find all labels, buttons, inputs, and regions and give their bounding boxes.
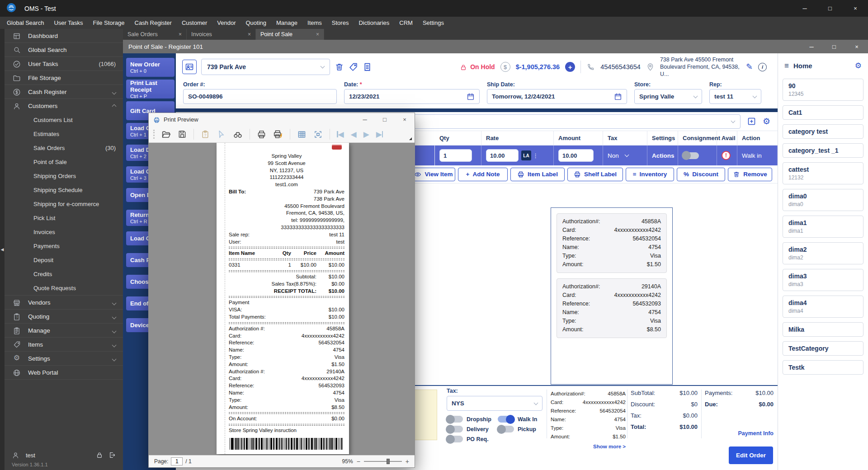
hamburger-icon[interactable]: ≡ [784,62,789,70]
app-close-button[interactable]: × [843,0,868,17]
rate-input[interactable] [486,149,519,162]
sidebar-item-invoices[interactable]: Invoices [5,225,123,239]
menu-stores[interactable]: Stores [327,19,354,26]
sidebar-item-user-tasks[interactable]: User Tasks(1066) [5,57,123,71]
logout-icon[interactable] [108,451,116,459]
payment-info-link[interactable]: Payment Info [705,430,774,437]
category-tile[interactable]: Cat1 [783,105,863,120]
edit-order-button[interactable]: Edit Order [729,446,773,464]
print-last-receipt-button[interactable]: Print Last ReceiptCtrl + P [126,80,175,99]
dialog-close-button[interactable]: × [395,113,415,126]
menu-cash-register[interactable]: Cash Register [130,19,177,26]
category-tile[interactable]: dima1dima1 [783,216,863,238]
next-page-icon[interactable]: ▶ [363,130,369,139]
calendar-icon[interactable] [467,93,475,101]
category-tile[interactable]: cattest12132 [783,162,863,184]
sidebar-item-settings[interactable]: ⚙Settings [5,352,123,366]
ship-date-input[interactable]: Tomorrow, 12/24/2021 [487,89,627,104]
page-number-input[interactable] [171,457,183,465]
inventory-button[interactable]: ≡Inventory [626,168,674,181]
discount-button[interactable]: %Discount [677,168,725,181]
gear-icon[interactable]: ⚙ [855,62,862,70]
category-tile[interactable]: Milka [783,322,863,337]
sidebar-item-customers-list[interactable]: Customers List [5,113,123,127]
category-tile[interactable]: dima4dima4 [783,296,863,318]
shelf-label-button[interactable]: Shelf Label [567,168,623,181]
delivery-toggle[interactable]: Delivery [447,426,489,432]
sidebar-item-manage[interactable]: Manage [5,324,123,338]
menu-manage[interactable]: Manage [271,19,302,26]
app-minimize-button[interactable]: ─ [792,0,817,17]
category-tile[interactable]: dima0dima0 [783,189,863,211]
rep-select[interactable]: test 11 [709,89,761,104]
delete-order-icon[interactable] [335,62,344,72]
sidebar-item-dashboard[interactable]: Dashboard [5,29,123,43]
tax-select[interactable]: Non [603,146,647,165]
sidebar-collapse-handle[interactable]: ◀ [0,29,5,470]
customer-select[interactable]: 739 Park Ave [201,59,330,75]
add-panel-icon[interactable] [747,117,756,126]
sidebar-item-global-search[interactable]: Global Search [5,43,123,57]
add-note-button[interactable]: +Add Note [458,168,508,181]
zoom-slider[interactable] [364,458,402,465]
menu-global-search[interactable]: Global Search [2,19,49,26]
edit-pencil-icon[interactable]: ✎ [746,63,753,71]
sidebar-item-shipping-orders[interactable]: Shipping Orders [5,169,123,183]
sidebar-item-customers[interactable]: Customers [5,99,123,113]
info-icon[interactable]: i [758,63,767,71]
print-preview-document-area[interactable]: Spring Valley 99 Scott Avenue NY, 11237,… [149,143,415,455]
dropship-toggle[interactable]: Dropship [447,416,491,423]
app-maximize-button[interactable]: □ [817,0,843,17]
pos-close-button[interactable]: × [845,40,868,53]
category-tile[interactable]: TestCategory [783,341,863,356]
page-setup-icon[interactable] [297,130,307,139]
menu-user-tasks[interactable]: User Tasks [49,19,88,26]
date-input[interactable]: 12/23/2021 [344,89,480,104]
select-tool-icon[interactable] [217,130,226,139]
pos-maximize-button[interactable]: □ [823,40,845,53]
sidebar-item-vendors[interactable]: Vendors [5,296,123,310]
category-tile[interactable]: category_test _1 [783,143,863,158]
store-select[interactable]: Spring Valle [634,89,702,104]
tab-invoices[interactable]: Invoices× [187,29,256,40]
open-document-icon[interactable] [161,130,171,139]
consignment-toggle[interactable] [683,152,699,159]
sidebar-item-point-of-sale[interactable]: Point of Sale [5,155,123,169]
order-number-input[interactable] [183,89,337,104]
paste-icon[interactable] [201,130,210,139]
menu-vendor[interactable]: Vendor [212,19,241,26]
sidebar-item-cash-register[interactable]: Cash Register [5,85,123,99]
close-icon[interactable]: × [310,31,319,38]
sidebar-item-shipping-ecommerce[interactable]: Shipping for e-commerce [5,197,123,211]
sidebar-item-pick-list[interactable]: Pick List [5,211,123,225]
find-icon[interactable] [233,129,243,139]
qty-input[interactable] [439,149,472,162]
item-label-button[interactable]: Item Label [510,168,565,181]
sidebar-item-deposit[interactable]: Deposit [5,253,123,267]
previous-page-icon[interactable]: ◀ [351,130,357,139]
add-payment-button[interactable]: + [565,62,575,72]
quick-print-icon[interactable] [273,129,283,139]
dialog-minimize-button[interactable]: ─ [355,113,375,126]
sidebar-item-estimates[interactable]: Estimates [5,127,123,141]
calendar-icon[interactable] [614,93,622,101]
gear-icon[interactable]: ⚙ [763,117,770,126]
customer-card-button[interactable] [182,60,197,74]
sidebar-item-quoting[interactable]: Quoting [5,310,123,324]
sidebar-item-credits[interactable]: Credits [5,267,123,281]
tax-select[interactable]: NYS [447,396,542,411]
pickup-toggle[interactable]: Pickup [498,426,536,432]
close-icon[interactable]: × [172,31,182,38]
lock-icon[interactable] [96,451,103,459]
category-tile[interactable]: 9012345 [783,79,863,101]
walk-in-toggle[interactable]: Walk In [498,416,537,423]
sidebar-item-items[interactable]: Items [5,338,123,352]
menu-crm[interactable]: CRM [394,19,418,26]
zoom-out-button[interactable]: − [357,458,360,465]
sidebar-item-shipping-schedule[interactable]: Shipping Schedule [5,183,123,197]
tab-point-of-sale[interactable]: Point of Sale× [256,29,324,40]
new-order-button[interactable]: New OrderCtrl + 0 [126,58,175,77]
menu-quoting[interactable]: Quoting [241,19,271,26]
sidebar-item-sale-orders[interactable]: Sale Orders(30) [5,141,123,155]
category-tile[interactable]: category test [783,124,863,139]
